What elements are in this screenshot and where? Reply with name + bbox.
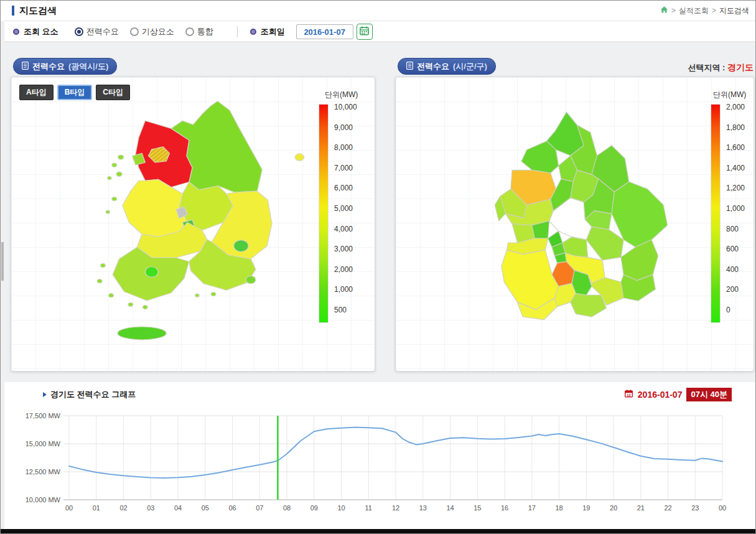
svg-text:03: 03 (147, 504, 154, 512)
legend-gradient-bar (319, 104, 329, 323)
selected-region: 선택지역 : 경기도 (688, 62, 754, 73)
gyeonggi-district-map (492, 103, 691, 365)
svg-text:19: 19 (582, 504, 590, 512)
svg-text:18: 18 (555, 504, 562, 512)
korea-province-map (67, 95, 360, 368)
svg-text:09: 09 (310, 504, 318, 512)
type-button-C타입[interactable]: C타입 (96, 85, 130, 100)
svg-text:12: 12 (392, 504, 399, 512)
radio-label: 통합 (197, 26, 213, 37)
document-icon (406, 62, 413, 72)
svg-text:06: 06 (228, 504, 236, 512)
legend-tick-label: 400 (726, 265, 745, 274)
svg-text:10,000 MW: 10,000 MW (26, 496, 61, 504)
legend-tick-label: 1,800 (726, 123, 745, 132)
graph-time-badge: 07시 40분 (686, 388, 732, 401)
page-header: 지도검색 > 실적조회 > 지도검색 (4, 1, 755, 21)
legend-tick-label: 0 (726, 306, 745, 314)
svg-text:13: 13 (419, 504, 427, 512)
calendar-button[interactable] (357, 24, 373, 40)
map-search-screen: 지도검색 > 실적조회 > 지도검색 조회 요소 전력수요기상요소통합 조회일 … (0, 0, 756, 534)
map-region-busan[interactable] (246, 276, 256, 284)
legend-title: 단위(MW) (713, 90, 746, 100)
scrollbar-thumb[interactable] (1, 242, 4, 281)
legend-tick-label: 1,200 (726, 184, 745, 192)
query-element-label: 조회 요소 (24, 26, 58, 37)
right-panel-title: 전력수요 (시/군/구) (398, 58, 496, 75)
svg-text:08: 08 (283, 504, 291, 512)
district-legend: 단위(MW) 2,0001,8001,6001,4001,2001,000800… (711, 90, 746, 323)
legend-tick-label: 200 (726, 285, 745, 294)
demand-graph-section: 경기도 전력수요 그래프 12 2016-01-07 07시 40분 00010… (4, 382, 755, 527)
home-icon[interactable] (660, 6, 668, 16)
svg-text:22: 22 (664, 504, 671, 512)
breadcrumb-item-current[interactable]: 지도검색 (719, 6, 749, 16)
legend-tick-label: 4,000 (334, 225, 357, 233)
calendar-red-icon: 12 (624, 389, 633, 400)
divider (237, 26, 238, 37)
graph-date: 2016-01-07 (638, 390, 683, 400)
document-icon (22, 62, 29, 72)
province-map-card: A타입B타입C타입 (11, 77, 375, 372)
svg-text:15,000 MW: 15,000 MW (26, 440, 61, 447)
page-title-text: 지도검색 (19, 5, 57, 17)
district-map-card: 단위(MW) 2,0001,8001,6001,4001,2001,000800… (395, 77, 754, 372)
svg-text:17: 17 (528, 504, 536, 512)
map-region-jeju[interactable] (118, 327, 166, 340)
legend-tick-label: 1,000 (726, 204, 745, 213)
radio-전력수요[interactable]: 전력수요 (75, 26, 119, 37)
map-region-chungnam[interactable] (123, 179, 187, 237)
radio-icon (185, 27, 194, 36)
legend-tick-label: 500 (334, 306, 357, 314)
legend-tick-label: 2,000 (726, 103, 745, 111)
map-region-yeoju[interactable] (621, 240, 658, 280)
map-region-gwangju-si[interactable] (586, 227, 623, 260)
arrow-icon (43, 392, 47, 397)
page-title: 지도검색 (12, 5, 57, 17)
legend-tick-label: 9,000 (334, 123, 357, 132)
graph-title-text: 경기도 전력수요 그래프 (50, 389, 136, 400)
graph-datetime: 12 2016-01-07 07시 40분 (624, 388, 732, 401)
selected-region-value: 경기도 (727, 62, 754, 72)
svg-text:05: 05 (202, 504, 209, 512)
breadcrumb: > 실적조회 > 지도검색 (660, 6, 749, 16)
legend-tick-label: 8,000 (334, 143, 357, 152)
left-panel-title: 전력수요 (광역시/도) (13, 58, 117, 75)
svg-text:23: 23 (691, 504, 699, 512)
legend-tick-label: 2,000 (334, 265, 357, 274)
demand-line-chart: 0001020304050607080910111213141516171819… (4, 403, 756, 522)
selected-region-label: 선택지역 : (688, 63, 725, 72)
svg-text:14: 14 (446, 504, 454, 512)
map-panels-area: 전력수요 (광역시/도) 전력수요 (시/군/구) 선택지역 : 경기도 A타입… (4, 43, 755, 382)
type-button-B타입[interactable]: B타입 (57, 85, 93, 100)
left-panel-title-text: 전력수요 (32, 61, 65, 72)
type-button-A타입[interactable]: A타입 (19, 85, 54, 100)
svg-text:01: 01 (93, 504, 100, 512)
radio-통합[interactable]: 통합 (185, 26, 213, 37)
svg-text:17,500 MW: 17,500 MW (26, 412, 61, 419)
svg-text:15: 15 (474, 504, 481, 512)
left-panel-title-sub: (광역시/도) (68, 61, 108, 72)
graph-title: 경기도 전력수요 그래프 (43, 389, 136, 400)
svg-text:07: 07 (256, 504, 263, 512)
date-input[interactable]: 2016-01-07 (296, 24, 353, 39)
legend-tick-label: 1,400 (726, 164, 745, 172)
map-region-gwangju[interactable] (145, 267, 158, 278)
map-region-anseong[interactable] (571, 294, 607, 317)
legend-tick-label: 7,000 (334, 164, 357, 172)
radio-기상요소[interactable]: 기상요소 (130, 26, 174, 37)
svg-text:16: 16 (501, 504, 508, 512)
bottom-border-bar (1, 529, 755, 533)
breadcrumb-item[interactable]: 실적조회 (679, 6, 709, 16)
filter-bar: 조회 요소 전력수요기상요소통합 조회일 2016-01-07 (4, 22, 755, 42)
svg-text:02: 02 (119, 504, 127, 512)
svg-text:12: 12 (627, 393, 631, 397)
right-panel-title-text: 전력수요 (417, 61, 449, 72)
map-region-daegu[interactable] (234, 240, 249, 252)
svg-text:00: 00 (719, 504, 726, 512)
radio-icon (75, 27, 83, 36)
map-region-ulleung[interactable] (295, 154, 304, 161)
legend-tick-label: 6,000 (334, 184, 357, 192)
breadcrumb-separator: > (712, 6, 716, 15)
legend-tick-label: 1,000 (334, 285, 357, 294)
